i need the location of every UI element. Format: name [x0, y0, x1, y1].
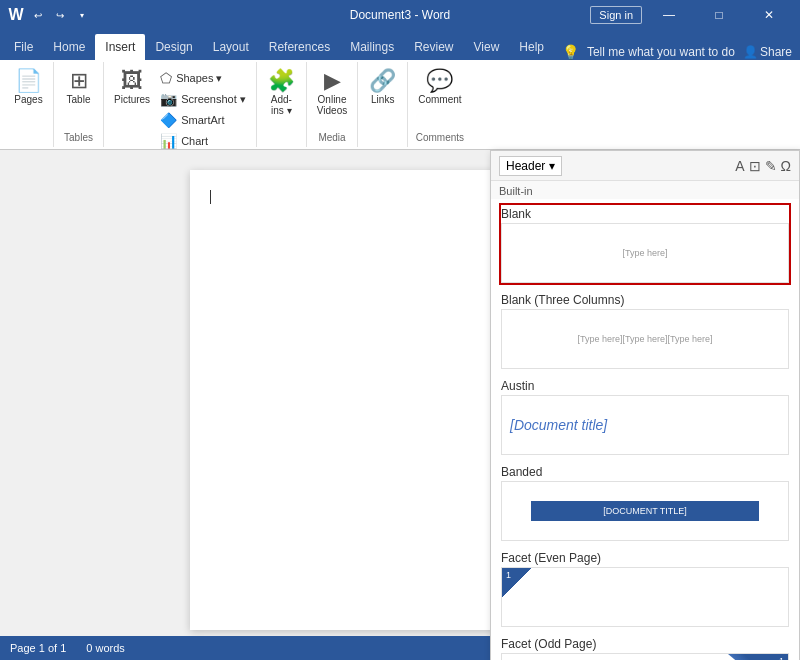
tab-home[interactable]: Home	[43, 34, 95, 60]
ribbon-tab-extras: 💡 Tell me what you want to do 👤 Share	[562, 44, 800, 60]
close-button[interactable]: ✕	[746, 0, 792, 30]
ribbon-group-illustrations: 🖼 Pictures ⬠ Shapes ▾ 📷 Screenshot ▾ 🔷 S…	[104, 62, 257, 147]
screenshot-button[interactable]: 📷 Screenshot ▾	[156, 89, 250, 109]
text-cursor	[210, 190, 211, 204]
addins-button[interactable]: 🧩 Add-ins ▾	[263, 68, 299, 118]
tab-design[interactable]: Design	[145, 34, 202, 60]
tab-references[interactable]: References	[259, 34, 340, 60]
pictures-icon: 🖼	[121, 70, 143, 92]
page-info: Page 1 of 1	[10, 642, 66, 654]
ribbon-group-tables: ⊞ Table Tables	[54, 62, 104, 147]
tell-me-text: Tell me what you want to do	[587, 45, 735, 59]
chart-button[interactable]: 📊 Chart	[156, 131, 250, 151]
austin-preview: [Document title]	[501, 395, 789, 455]
dropdown-header-bar: Header ▾ A ⊡ ✎ Ω	[491, 151, 799, 181]
tab-file[interactable]: File	[4, 34, 43, 60]
table-button[interactable]: ⊞ Table	[61, 68, 97, 107]
links-icon: 🔗	[369, 70, 396, 92]
pages-button[interactable]: 📄 Pages	[10, 68, 46, 107]
table-icon: ⊞	[70, 70, 88, 92]
share-button[interactable]: 👤 Share	[743, 45, 792, 59]
title-bar: W ↩ ↪ ▾ Document3 - Word Sign in — □ ✕	[0, 0, 800, 30]
addins-icon: 🧩	[268, 70, 295, 92]
smartart-button[interactable]: 🔷 SmartArt	[156, 110, 250, 130]
pages-icon: 📄	[15, 70, 42, 92]
redo-icon[interactable]: ↪	[52, 7, 68, 23]
person-icon: 👤	[743, 45, 758, 59]
media-group-label: Media	[318, 132, 345, 145]
document-area: Header ▾ A ⊡ ✎ Ω Built-in Blank [Type he…	[0, 150, 800, 636]
facet-even-preview: 1	[501, 567, 789, 627]
minimize-button[interactable]: —	[646, 0, 692, 30]
header-template-facet-even[interactable]: Facet (Even Page) 1	[499, 547, 791, 629]
comments-group-label: Comments	[416, 132, 464, 145]
facet-odd-preview: 1	[501, 653, 789, 660]
undo-icon[interactable]: ↩	[30, 7, 46, 23]
pictures-button[interactable]: 🖼 Pictures	[110, 68, 154, 107]
header-template-three-col[interactable]: Blank (Three Columns) [Type here] [Type …	[499, 289, 791, 371]
header-template-blank[interactable]: Blank [Type here]	[499, 203, 791, 285]
tab-review[interactable]: Review	[404, 34, 463, 60]
online-videos-button[interactable]: ▶ OnlineVideos	[313, 68, 351, 118]
ribbon-group-comments: 💬 Comment Comments	[408, 62, 471, 147]
comment-icon: 💬	[426, 70, 453, 92]
tab-insert[interactable]: Insert	[95, 34, 145, 60]
title-bar-title: Document3 - Word	[350, 8, 450, 22]
format-icon-3[interactable]: ✎	[765, 158, 777, 174]
omega-icon[interactable]: Ω	[781, 158, 791, 174]
ribbon-group-media: ▶ OnlineVideos Media	[307, 62, 358, 147]
title-bar-left: W ↩ ↪ ▾	[8, 7, 90, 23]
format-icon-1[interactable]: A	[735, 158, 744, 174]
tables-group-label: Tables	[64, 132, 93, 145]
word-count: 0 words	[86, 642, 125, 654]
header-template-banded[interactable]: Banded [DOCUMENT TITLE]	[499, 461, 791, 543]
header-template-austin[interactable]: Austin [Document title]	[499, 375, 791, 457]
shapes-icon: ⬠	[160, 70, 172, 86]
ribbon: 📄 Pages ⊞ Table Tables 🖼 Pictures ⬠ Sh	[0, 60, 800, 150]
ribbon-group-addins: 🧩 Add-ins ▾	[257, 62, 307, 147]
tab-help[interactable]: Help	[509, 34, 554, 60]
ribbon-tabs: File Home Insert Design Layout Reference…	[0, 30, 800, 60]
header-formatting-icons: A ⊡ ✎ Ω	[735, 158, 791, 174]
sign-in-button[interactable]: Sign in	[590, 6, 642, 24]
header-dropdown-panel: Header ▾ A ⊡ ✎ Ω Built-in Blank [Type he…	[490, 150, 800, 660]
format-icon-2[interactable]: ⊡	[749, 158, 761, 174]
header-template-facet-odd[interactable]: Facet (Odd Page) 1	[499, 633, 791, 660]
tab-mailings[interactable]: Mailings	[340, 34, 404, 60]
blank-preview: [Type here]	[501, 223, 789, 283]
links-button[interactable]: 🔗 Links	[365, 68, 401, 107]
customize-icon[interactable]: ▾	[74, 7, 90, 23]
word-logo-icon: W	[8, 7, 24, 23]
ribbon-group-links: 🔗 Links	[358, 62, 408, 147]
screenshot-icon: 📷	[160, 91, 177, 107]
three-col-preview: [Type here] [Type here] [Type here]	[501, 309, 789, 369]
tell-me-field[interactable]: Tell me what you want to do	[587, 45, 735, 59]
banded-preview: [DOCUMENT TITLE]	[501, 481, 789, 541]
comment-button[interactable]: 💬 Comment	[414, 68, 465, 107]
title-bar-right: Sign in — □ ✕	[590, 0, 792, 30]
header-dropdown-button[interactable]: Header ▾	[499, 156, 562, 176]
tab-layout[interactable]: Layout	[203, 34, 259, 60]
shapes-button[interactable]: ⬠ Shapes ▾	[156, 68, 250, 88]
tab-view[interactable]: View	[464, 34, 510, 60]
chart-icon: 📊	[160, 133, 177, 149]
dropdown-section-label: Built-in	[491, 181, 799, 199]
dropdown-scroll-area[interactable]: Built-in Blank [Type here] Blank (Three …	[491, 181, 799, 660]
video-icon: ▶	[324, 70, 341, 92]
smartart-icon: 🔷	[160, 112, 177, 128]
restore-button[interactable]: □	[696, 0, 742, 30]
ribbon-group-pages: 📄 Pages	[4, 62, 54, 147]
